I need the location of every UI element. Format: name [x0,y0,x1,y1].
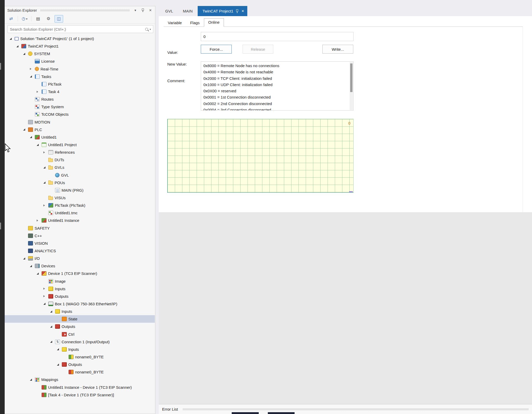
expanded-arrow-icon[interactable] [50,341,55,343]
expanded-arrow-icon[interactable] [30,265,35,267]
collapsed-arrow-icon[interactable] [43,204,48,206]
tree-item-c[interactable]: C++ [5,232,155,240]
comment-box[interactable]: 0x8000 = Remote Node has no connections0… [201,61,354,111]
tree-item-mappings[interactable]: Mappings [5,376,155,383]
tree-item-box-1-wago-750-363-ethernet-ip[interactable]: Box 1 (WAGO 750-363 EtherNet/IP) [5,300,155,308]
tree-item-gvls[interactable]: GVLs [5,164,155,171]
expanded-arrow-icon[interactable] [23,53,28,55]
expanded-arrow-icon[interactable] [30,75,35,77]
force-button[interactable]: Force... [201,45,232,54]
panel-pin-icon[interactable] [140,8,145,13]
collapsed-arrow-icon[interactable] [43,288,48,290]
collapsed-arrow-icon[interactable] [37,91,42,93]
collapse-all-button[interactable]: ▤ [34,15,42,23]
expanded-arrow-icon[interactable] [43,182,48,184]
expanded-arrow-icon[interactable] [16,45,21,47]
sync-with-active-document-button[interactable]: ⇄ [7,15,15,23]
tree-item-connection-1-input-output[interactable]: Connection 1 (Input/Output) [5,338,155,346]
expanded-arrow-icon[interactable] [43,303,48,305]
tree-item-image[interactable]: Image [5,277,155,285]
properties-button[interactable]: ⚙ [44,15,53,23]
expanded-arrow-icon[interactable] [37,273,42,275]
search-input[interactable] [8,27,145,31]
tree-item-task-4[interactable]: Task 4 [5,88,155,95]
tree-item-state[interactable]: State [5,315,155,323]
expanded-arrow-icon[interactable] [50,326,55,328]
tree-item-device-1-tc3-eip-scanner[interactable]: Device 1 (TC3 EIP Scanner) [5,270,155,277]
scrollbar-thumb[interactable] [350,63,353,92]
tree-item-untitled1-instance[interactable]: Untitled1 Instance [5,217,155,224]
tree-item-inputs[interactable]: Inputs [5,285,155,293]
panel-close-icon[interactable]: ✕ [148,8,153,13]
collapsed-arrow-icon[interactable] [30,68,35,70]
tree-item-devices[interactable]: Devices [5,262,155,270]
tree-item-system[interactable]: SYSTEM [5,50,155,57]
tree-item-untitled1[interactable]: Untitled1 [5,133,155,141]
tree-item-inputs[interactable]: Inputs [5,308,155,315]
comment-scrollbar[interactable] [350,62,353,110]
tree-item-inputs[interactable]: Inputs [5,346,155,353]
expanded-arrow-icon[interactable] [23,257,28,260]
document-tab-main[interactable]: MAIN [178,6,198,16]
expanded-arrow-icon[interactable] [57,348,62,350]
tab-variable[interactable]: Variable [164,19,186,27]
tree-item-untitled1-instance-device-1-tc3-eip-scanner[interactable]: Untitled1 Instance - Device 1 (TC3 EIP S… [5,383,155,391]
tree-item-type-system[interactable]: Type System [5,103,155,111]
expanded-arrow-icon[interactable] [43,166,48,169]
tree-item-ctrl[interactable]: Ctrl [5,330,155,338]
expanded-arrow-icon[interactable] [50,310,55,313]
document-tab-gvl[interactable]: GVL [160,6,178,16]
tree-item-untitled1-tmc[interactable]: Untitled1.tmc [5,209,155,217]
document-tab-twincat-project1[interactable]: TwinCAT Project1✕ [198,6,248,16]
tab-flags[interactable]: Flags [186,19,204,27]
collapsed-arrow-icon[interactable] [37,219,42,222]
tree-item-gvl[interactable]: GVL [5,171,155,179]
tree-item-i-o[interactable]: I/O [5,255,155,262]
expanded-arrow-icon[interactable] [30,379,35,381]
tree-item-safety[interactable]: SAFETY [5,224,155,232]
tree-item-noname0-byte[interactable]: noname0_BYTE [5,368,155,376]
tree-item-outputs[interactable]: Outputs [5,323,155,330]
tree-item-untitled1-project[interactable]: Untitled1 Project [5,141,155,148]
expanded-arrow-icon[interactable] [30,136,35,138]
expanded-arrow-icon[interactable] [23,128,28,131]
tree-item-task-4-device-1-tc3-eip-scanner[interactable]: [Task 4 - Device 1 (TC3 EIP Scanner)] [5,391,155,399]
error-list-bar[interactable]: Error List [159,404,532,414]
tree-item-plctask-plctask[interactable]: PlcTask (PlcTask) [5,202,155,209]
tree-item-solution-twincat-project1-1-of-1-project[interactable]: Solution 'TwinCAT Project1' (1 of 1 proj… [5,35,155,42]
collapsed-arrow-icon[interactable] [43,151,48,153]
tree-item-license[interactable]: License [5,57,155,65]
tree-item-routes[interactable]: Routes [5,95,155,103]
dropdown-arrow-icon[interactable]: ▾ [26,17,27,20]
search-icon[interactable] [145,28,148,31]
expanded-arrow-icon[interactable] [57,364,62,366]
tree-item-visus[interactable]: VISUs [5,194,155,202]
expanded-arrow-icon[interactable] [10,38,15,40]
tree-item-plc[interactable]: PLC [5,126,155,133]
tree-item-analytics[interactable]: ANALYTICS [5,247,155,255]
tree-item-pous[interactable]: POUs [5,179,155,186]
panel-menu-chevron-icon[interactable]: ▾ [133,8,138,13]
close-icon[interactable]: ✕ [241,9,244,13]
history-filter-button[interactable]: ◷▾ [20,15,29,23]
tree-item-vision[interactable]: VISION [5,240,155,247]
tree-item-real-time[interactable]: Real-Time [5,65,155,73]
collapsed-arrow-icon[interactable] [43,295,48,297]
value-input[interactable] [201,32,354,41]
tree-item-main-prg[interactable]: MAIN (PRG) [5,186,155,194]
tree-item-outputs[interactable]: Outputs [5,293,155,300]
write-button[interactable]: Write... [322,45,353,54]
tree-item-tccom-objects[interactable]: TcCOM Objects [5,111,155,118]
tree-item-twincat-project1[interactable]: TwinCAT Project1 [5,42,155,50]
pin-icon[interactable] [236,9,239,13]
tab-online[interactable]: Online [204,18,224,27]
tree-item-duts[interactable]: DUTs [5,156,155,164]
preview-selected-items-button[interactable]: ◫ [55,15,63,23]
search-dropdown-icon[interactable]: ▾ [150,28,151,31]
tree-item-outputs[interactable]: Outputs [5,361,155,368]
tree-item-references[interactable]: References [5,148,155,156]
expanded-arrow-icon[interactable] [37,144,42,146]
tree-item-noname0-byte[interactable]: noname0_BYTE [5,353,155,361]
tree-item-plctask[interactable]: PlcTask [5,80,155,88]
tree-item-motion[interactable]: MOTION [5,118,155,126]
